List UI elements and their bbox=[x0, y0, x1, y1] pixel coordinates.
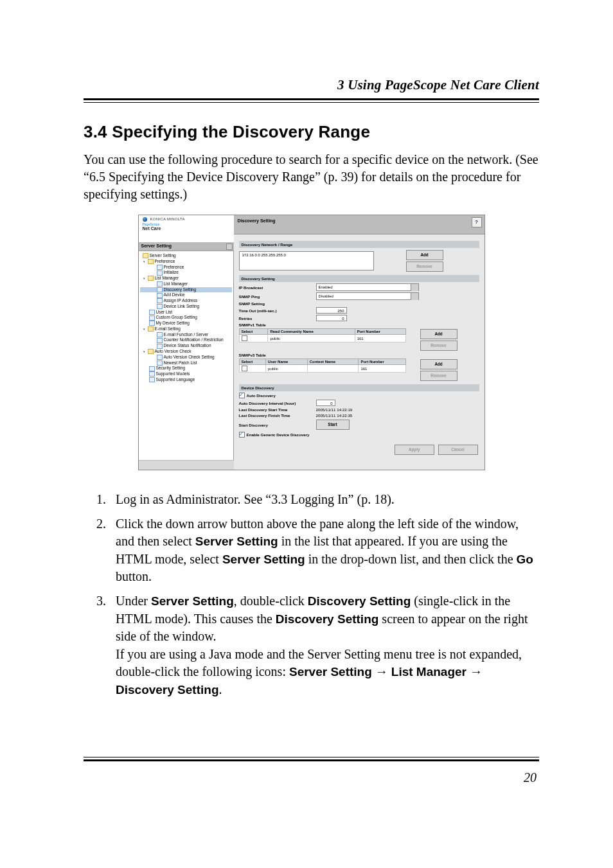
tree-security[interactable]: Security Setting bbox=[140, 366, 232, 371]
doc-icon bbox=[149, 377, 155, 382]
step-2-go: Go bbox=[517, 553, 533, 566]
doc-icon bbox=[157, 344, 163, 349]
timeout-input[interactable]: 250 bbox=[316, 307, 347, 314]
doc-icon bbox=[149, 371, 155, 376]
doc-icon bbox=[157, 338, 163, 343]
tree-device-link[interactable]: Device Link Setting bbox=[140, 304, 232, 310]
tree-preference[interactable]: ▾Preference bbox=[140, 259, 232, 265]
tree-user-list[interactable]: User List bbox=[140, 310, 232, 315]
enable-generic-checkbox[interactable] bbox=[239, 432, 245, 438]
add-range-button[interactable]: Add bbox=[406, 250, 443, 260]
tree-custom-group[interactable]: Custom Group Setting bbox=[140, 315, 232, 321]
row-checkbox[interactable] bbox=[242, 366, 247, 371]
header-rules bbox=[84, 98, 539, 103]
expand-icon[interactable]: ▾ bbox=[143, 350, 147, 354]
row-checkbox[interactable] bbox=[242, 335, 247, 341]
snmp-setting-label: SNMP Setting bbox=[239, 301, 316, 306]
step-3-arrow-2: → bbox=[466, 664, 483, 678]
table-row[interactable]: public 161 bbox=[239, 335, 405, 342]
apply-button[interactable]: Apply bbox=[395, 445, 434, 455]
tree-assign-ip[interactable]: Assign IP Address bbox=[140, 298, 232, 304]
chapter-header: 3 Using PageScope Net Care Client bbox=[84, 77, 539, 93]
rule-thick bbox=[84, 98, 539, 100]
auto-interval-label: Auto Discovery Interval (hour) bbox=[239, 401, 316, 405]
scope-dropdown[interactable]: Server Setting bbox=[139, 242, 234, 251]
group-discovery-setting: Discovery Setting bbox=[239, 275, 479, 282]
table-row[interactable]: public 161 bbox=[239, 365, 405, 373]
doc-icon bbox=[157, 332, 163, 337]
step-2-server-setting-2: Server Setting bbox=[222, 553, 305, 566]
ip-broadcast-select[interactable]: Enabled bbox=[316, 283, 419, 291]
snmpv1-name-cell: public bbox=[268, 335, 355, 342]
document-page: 3 Using PageScope Net Care Client 3.4 Sp… bbox=[0, 0, 613, 824]
tree-email-status[interactable]: Device Status Notification bbox=[140, 343, 232, 349]
range-listbox[interactable]: 172.16.0.0 255.255.255.0 bbox=[239, 251, 374, 270]
tree-discovery-setting-selected[interactable]: Discovery Setting bbox=[140, 287, 232, 293]
footer-rule-thick bbox=[84, 759, 539, 761]
remove-range-button[interactable]: Remove bbox=[406, 261, 443, 272]
auto-interval-input[interactable]: 0 bbox=[316, 400, 335, 406]
step-3-discovery-setting-1: Discovery Setting bbox=[308, 594, 411, 608]
tree-models[interactable]: Supported Models bbox=[140, 371, 232, 377]
step-2-server-setting-1: Server Setting bbox=[195, 535, 278, 548]
tree-lm-list-manager[interactable]: List Manager bbox=[140, 281, 232, 287]
snmpv1-table[interactable]: Select Read Community Name Port Number p… bbox=[239, 328, 406, 342]
step-3-server-setting: Server Setting bbox=[151, 594, 234, 608]
nav-tree[interactable]: Server Setting ▾Preference Preference In… bbox=[139, 251, 234, 461]
help-button[interactable]: ? bbox=[472, 217, 482, 227]
tree-language[interactable]: Supported Language bbox=[140, 377, 232, 383]
doc-icon bbox=[149, 310, 155, 315]
step-3-part-a: Under bbox=[116, 594, 151, 608]
tree-auto-version[interactable]: ▾Auto Version Check bbox=[140, 349, 232, 355]
snmpv3-col-ctx: Context Name bbox=[307, 359, 359, 365]
last-start-value: 2005/11/11 14:22:19 bbox=[316, 407, 353, 412]
snmpv3-user-cell: public bbox=[266, 365, 308, 373]
auto-discovery-checkbox[interactable] bbox=[239, 393, 245, 398]
tree-auto-version-setting[interactable]: Auto Version Check Setting bbox=[140, 355, 232, 360]
remove-snmpv3-button[interactable]: Remove bbox=[420, 371, 458, 381]
tree-preference-sub[interactable]: Preference bbox=[140, 265, 232, 270]
remove-snmpv1-button[interactable]: Remove bbox=[420, 341, 458, 351]
start-button[interactable]: Start bbox=[316, 420, 350, 430]
expand-icon[interactable]: ▾ bbox=[143, 328, 147, 332]
network-range-row: 172.16.0.0 255.255.255.0 Add Remove bbox=[239, 249, 479, 272]
folder-icon bbox=[148, 276, 154, 281]
tree-auto-version-patch[interactable]: Newest Patch List bbox=[140, 360, 232, 366]
tree-add-device[interactable]: Add Device bbox=[140, 292, 232, 298]
tree-email-func[interactable]: E-mail Function / Server bbox=[140, 332, 232, 338]
page-number: 20 bbox=[84, 770, 539, 785]
screenshot-container: KONICA MINOLTA PageScope Net Care Server… bbox=[84, 215, 539, 473]
timeout-label: Time Out (milli-sec.) bbox=[239, 308, 316, 313]
group-network-range: Discovery Network / Range bbox=[239, 241, 479, 248]
snmpv3-ctx-cell bbox=[307, 365, 359, 373]
steps-list: Log in as Administrator. See “3.3 Loggin… bbox=[84, 491, 539, 699]
auto-discovery-label: Auto Discovery bbox=[247, 393, 276, 398]
doc-icon bbox=[149, 315, 155, 321]
snmpv1-table-label: SNMPv1 Table bbox=[239, 323, 316, 327]
tree-my-device[interactable]: My Device Setting bbox=[140, 321, 232, 326]
tree-initialize[interactable]: Initialize bbox=[140, 270, 232, 276]
expand-icon[interactable]: ▾ bbox=[143, 277, 147, 281]
doc-icon bbox=[149, 321, 155, 326]
snmpv3-col-port: Port Number bbox=[359, 359, 405, 365]
horizontal-scrollbar[interactable] bbox=[139, 460, 234, 470]
snmpv3-table[interactable]: Select User Name Context Name Port Numbe… bbox=[239, 359, 406, 373]
step-3-discovery-setting-2: Discovery Setting bbox=[276, 612, 379, 626]
snmpv3-col-user: User Name bbox=[266, 359, 308, 365]
vendor-name: KONICA MINOLTA bbox=[150, 217, 184, 221]
group-device-discovery: Device Discovery bbox=[239, 384, 479, 391]
snmp-ping-select[interactable]: Disabled bbox=[316, 292, 419, 300]
tree-root[interactable]: Server Setting bbox=[140, 253, 232, 259]
tree-email-setting[interactable]: ▾E-mail Setting bbox=[140, 326, 232, 332]
add-snmpv1-button[interactable]: Add bbox=[420, 329, 458, 339]
add-snmpv3-button[interactable]: Add bbox=[420, 359, 458, 369]
pane-title-bar: Discovery Setting ? bbox=[234, 215, 484, 235]
footer-rule-thin bbox=[84, 757, 539, 757]
expand-icon[interactable]: ▾ bbox=[143, 260, 147, 264]
cancel-button[interactable]: Cancel bbox=[438, 445, 478, 455]
tree-email-counter[interactable]: Counter Notification / Restriction bbox=[140, 337, 232, 343]
last-finish-label: Last Discovery Finish Time bbox=[239, 413, 316, 418]
tree-list-manager[interactable]: ▾List Manager bbox=[140, 276, 232, 281]
step-2-part-g: button. bbox=[116, 569, 152, 583]
retries-input[interactable]: 0 bbox=[316, 315, 347, 321]
